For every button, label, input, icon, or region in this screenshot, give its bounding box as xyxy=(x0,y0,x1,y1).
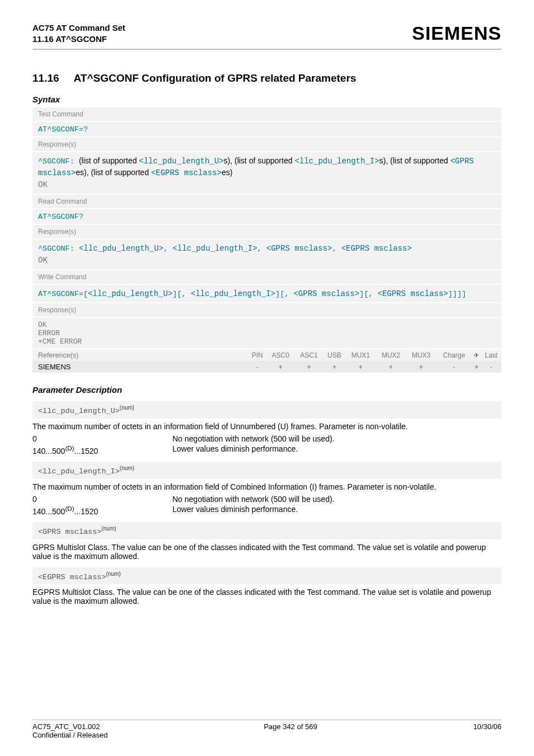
vendor-name: SIEMENS xyxy=(32,361,248,373)
cell: - xyxy=(436,361,472,373)
param-link-i[interactable]: <llc_pdu_length_I> xyxy=(172,244,257,253)
param-link-u[interactable]: <llc_pdu_length_U> xyxy=(79,244,163,253)
cell: - xyxy=(481,361,502,373)
cell: + xyxy=(266,361,295,373)
test-command: AT^SGCONF=? xyxy=(38,125,88,134)
col-asc0: ASC0 xyxy=(266,350,295,361)
val-text: Lower values diminish performance. xyxy=(172,505,298,516)
cell: + xyxy=(295,361,324,373)
param-u-row1: 0 No negotiation with network (500 will … xyxy=(32,434,502,443)
val-text: Lower values diminish performance. xyxy=(172,444,298,456)
write-prefix: AT^SGCONF= xyxy=(38,290,83,298)
section-heading: AT^SGCONF Configuration of GPRS related … xyxy=(74,72,357,84)
param-link-i[interactable]: <llc_pdu_length_I> xyxy=(294,157,379,166)
txt: s), (list of supported xyxy=(380,156,451,165)
col-usb: USB xyxy=(323,350,345,361)
cell: + xyxy=(323,361,345,373)
footer-center: Page 342 of 569 xyxy=(264,722,317,739)
reference-matrix: Reference(s) PIN ASC0 ASC1 USB MUX1 MUX2… xyxy=(32,350,502,373)
write-response-label: Response(s) xyxy=(32,303,502,317)
param-link-egprs[interactable]: <EGPRS msclass> xyxy=(377,289,448,298)
txt: s), (list of supported xyxy=(224,156,295,165)
param-i-row2: 140...500(D)...1520 Lower values diminis… xyxy=(32,505,502,516)
cell: + xyxy=(406,361,436,373)
param-link-u[interactable]: <llc_pdu_length_U> xyxy=(88,289,172,298)
col-asc1: ASC1 xyxy=(295,350,324,361)
doc-sub: 11.16 AT^SGCONF xyxy=(32,34,125,45)
param-link-i[interactable]: <llc_pdu_length_I> xyxy=(191,289,275,298)
param-link-gprs[interactable]: <GPRS msclass> xyxy=(293,289,359,298)
val-key: 140...500(D)...1520 xyxy=(32,505,172,516)
brand-logo: SIEMENS xyxy=(412,22,502,44)
section-title: 11.16AT^SGCONF Configuration of GPRS rel… xyxy=(32,72,502,84)
param-gprs-name: <GPRS msclass>(num) xyxy=(32,522,502,539)
cme-error-text: +CME ERROR xyxy=(38,337,496,346)
references-label: Reference(s) xyxy=(32,350,248,361)
param-egprs-desc: EGPRS Multislot Class. The value can be … xyxy=(32,588,502,605)
doc-title: AC75 AT Command Set xyxy=(32,22,125,34)
col-airplane-icon: ✈ xyxy=(472,350,481,361)
param-link-gprs[interactable]: <GPRS msclass> xyxy=(266,244,332,253)
sep: , xyxy=(332,245,341,253)
error-text: ERROR xyxy=(38,329,496,337)
read-command: AT^SGCONF? xyxy=(38,213,83,221)
header-left: AC75 AT Command Set 11.16 AT^SGCONF xyxy=(32,22,125,45)
param-i-name: <llc_pdu_length_I>(num) xyxy=(32,462,502,479)
param-link-u[interactable]: <llc_pdu_length_U> xyxy=(139,157,223,166)
cell: + xyxy=(345,361,376,373)
read-command-label: Read Command xyxy=(32,195,502,208)
test-command-label: Test Command xyxy=(32,107,502,121)
write-command-label: Write Command xyxy=(32,270,502,284)
test-response-body: ^SGCONF: (list of supported <llc_pdu_len… xyxy=(32,152,502,194)
footer-right: 10/30/06 xyxy=(473,722,502,739)
resp-prefix: ^SGCONF: xyxy=(38,157,79,166)
val-key: 140...500(D)...1520 xyxy=(32,444,172,456)
read-response-body: ^SGCONF: <llc_pdu_length_U>, <llc_pdu_le… xyxy=(32,240,502,269)
col-pin: PIN xyxy=(248,350,266,361)
write-command-body: AT^SGCONF=[<llc_pdu_length_U>][, <llc_pd… xyxy=(32,285,502,303)
cell: + xyxy=(472,361,481,373)
param-egprs-name: <EGPRS msclass>(num) xyxy=(32,567,502,585)
read-response-label: Response(s) xyxy=(32,225,502,238)
ok-text: OK xyxy=(38,321,496,329)
param-i-row1: 0 No negotiation with network (500 will … xyxy=(32,495,502,504)
col-mux3: MUX3 xyxy=(406,350,436,361)
ok-text: OK xyxy=(38,180,48,189)
param-gprs-desc: GPRS Multislot Class. The value can be o… xyxy=(32,543,502,561)
col-charge: Charge xyxy=(436,350,472,361)
val-key: 0 xyxy=(32,495,172,504)
param-u-desc: The maximum number of octets in an infor… xyxy=(32,422,502,431)
txt: es), (list of supported xyxy=(76,168,151,177)
page-footer: AC75_ATC_V01.002 Confidential / Released… xyxy=(32,720,502,739)
param-link-egprs[interactable]: <EGPRS msclass> xyxy=(341,244,412,253)
txt: es) xyxy=(222,168,232,177)
test-response-label: Response(s) xyxy=(32,138,502,151)
footer-left: AC75_ATC_V01.002 Confidential / Released xyxy=(32,722,107,739)
resp-prefix: ^SGCONF: xyxy=(38,245,79,253)
col-last: Last xyxy=(481,350,502,361)
sep: , xyxy=(163,245,172,253)
param-u-row2: 140...500(D)...1520 Lower values diminis… xyxy=(32,444,502,456)
write-response-body: OK ERROR +CME ERROR xyxy=(32,318,502,349)
txt: (list of supported xyxy=(79,156,139,165)
param-i-desc: The maximum number of octets in an infor… xyxy=(32,482,502,491)
val-text: No negotiation with network (500 will be… xyxy=(172,495,335,504)
val-text: No negotiation with network (500 will be… xyxy=(172,434,335,443)
syntax-label: Syntax xyxy=(32,95,502,104)
val-key: 0 xyxy=(32,434,172,443)
param-link-egprs[interactable]: <EGPRS msclass> xyxy=(151,168,222,177)
page-header: AC75 AT Command Set 11.16 AT^SGCONF SIEM… xyxy=(32,22,502,50)
cell: + xyxy=(376,361,406,373)
cell: - xyxy=(248,361,266,373)
ok-text: OK xyxy=(38,256,48,265)
col-mux2: MUX2 xyxy=(376,350,406,361)
param-u-name: <llc_pdu_length_U>(num) xyxy=(32,401,502,419)
col-mux1: MUX1 xyxy=(345,350,376,361)
param-desc-heading: Parameter Description xyxy=(32,385,502,395)
section-number: 11.16 xyxy=(32,72,59,84)
sep: , xyxy=(257,245,266,253)
